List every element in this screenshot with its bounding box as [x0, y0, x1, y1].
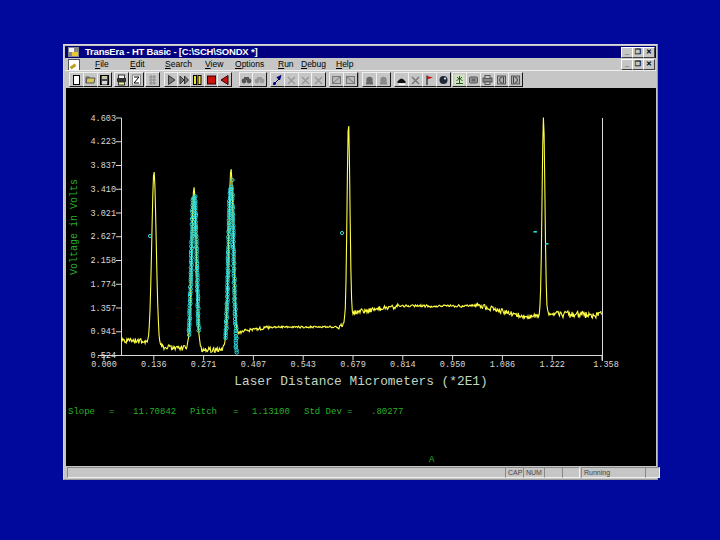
svg-text:0.000: 0.000	[91, 360, 117, 370]
svg-text:Voltage in Volts: Voltage in Volts	[69, 179, 80, 275]
svg-text:4.223: 4.223	[90, 137, 116, 147]
svg-text:1.357: 1.357	[90, 304, 116, 314]
svg-text:1.774: 1.774	[90, 280, 116, 290]
svg-text:2.627: 2.627	[90, 232, 116, 242]
svg-text:1.358: 1.358	[593, 360, 619, 370]
svg-text:0.407: 0.407	[241, 360, 267, 370]
svg-text:0.814: 0.814	[390, 360, 416, 370]
svg-text:0.941: 0.941	[90, 327, 116, 337]
svg-text:1.086: 1.086	[490, 360, 516, 370]
svg-text:=: =	[347, 407, 352, 417]
svg-text:Laser Distance Micrometers (*2: Laser Distance Micrometers (*2E1)	[234, 374, 487, 389]
svg-text:2.158: 2.158	[90, 256, 116, 266]
svg-text:3.837: 3.837	[90, 161, 116, 171]
svg-text:0.136: 0.136	[141, 360, 167, 370]
svg-text:Std Dev: Std Dev	[304, 407, 342, 417]
svg-text:A: A	[429, 455, 435, 465]
svg-text:4.603: 4.603	[90, 114, 116, 124]
svg-text:=: =	[233, 407, 238, 417]
svg-text:1.13100: 1.13100	[252, 407, 290, 417]
svg-text:Pitch: Pitch	[190, 407, 217, 417]
svg-text:1.222: 1.222	[539, 360, 565, 370]
svg-text:3.410: 3.410	[90, 185, 116, 195]
svg-text:0.950: 0.950	[440, 360, 466, 370]
svg-text:0.543: 0.543	[290, 360, 316, 370]
svg-text:0.679: 0.679	[340, 360, 366, 370]
svg-text:11.70842: 11.70842	[133, 407, 176, 417]
svg-text:=: =	[109, 407, 114, 417]
svg-text:0.271: 0.271	[191, 360, 217, 370]
svg-text:3.021: 3.021	[90, 209, 116, 219]
svg-text:.80277: .80277	[371, 407, 403, 417]
svg-text:Slope: Slope	[68, 407, 95, 417]
